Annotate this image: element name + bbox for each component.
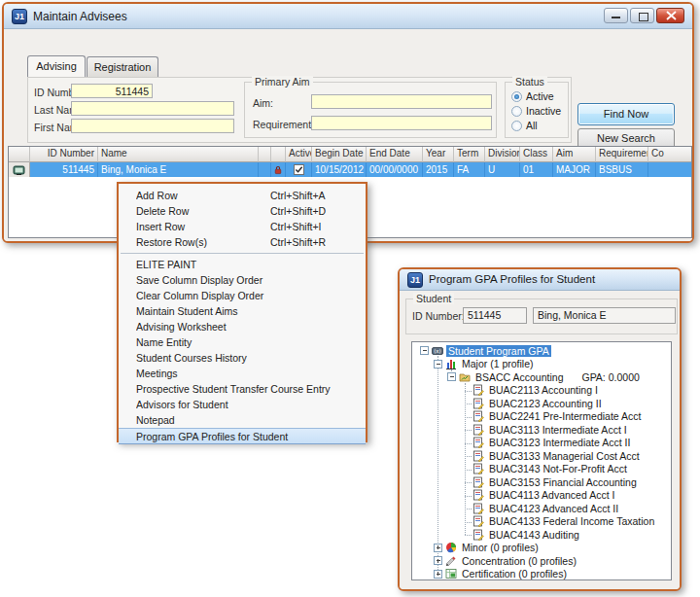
- tree-item-course[interactable]: BUAC4143 Auditing: [412, 528, 671, 542]
- find-now-button[interactable]: Find Now: [578, 103, 675, 125]
- menu-item-delete-row[interactable]: Delete Row Ctrl+Shift+D: [119, 203, 366, 219]
- folder-chart-icon: [459, 371, 471, 383]
- tree-item-course[interactable]: BUAC4113 Advanced Acct I: [412, 489, 671, 503]
- expand-icon[interactable]: [434, 570, 442, 579]
- course-note-icon: [472, 424, 484, 436]
- header-class[interactable]: Class: [520, 147, 553, 162]
- main-titlebar[interactable]: J1 Maintain Advisees: [4, 4, 692, 29]
- expand-icon[interactable]: [434, 556, 442, 565]
- status-option-active[interactable]: Active: [511, 90, 554, 102]
- menu-item-name-entity[interactable]: Name Entity: [119, 334, 366, 350]
- requirement-input[interactable]: [311, 116, 492, 130]
- menu-item-student-courses-history[interactable]: Student Courses History: [119, 350, 366, 366]
- header-active[interactable]: Active: [286, 147, 312, 162]
- menu-item-program-gpa-profiles-for-student[interactable]: Program GPA Profiles for Student: [119, 428, 366, 444]
- menu-separator: [121, 253, 364, 254]
- radio-active-label: Active: [526, 90, 554, 102]
- bar-chart-icon: [445, 358, 457, 369]
- last-name-input[interactable]: [71, 101, 234, 116]
- header-lock[interactable]: [271, 147, 286, 162]
- tree-item-bsacc-accounting[interactable]: BSACC Accounting GPA: 0.0000: [412, 370, 671, 384]
- aim-input[interactable]: [311, 94, 492, 109]
- gpa-titlebar[interactable]: J1 Program GPA Profiles for Student: [400, 269, 680, 291]
- tree-item-course[interactable]: BUAC3133 Managerial Cost Acct: [412, 449, 671, 463]
- header-end-date[interactable]: End Date: [367, 147, 423, 162]
- tree-item-certification[interactable]: Certification (0 profiles): [412, 568, 671, 581]
- tree-item-major[interactable]: Major (1 profile): [412, 358, 671, 371]
- menu-item-prospective-student-transfer-course-entry[interactable]: Prospective Student Transfer Course Entr…: [119, 381, 366, 397]
- header-co[interactable]: Co: [648, 147, 692, 162]
- tree-item-course[interactable]: BUAC4133 Federal Income Taxation: [412, 515, 671, 529]
- header-year[interactable]: Year: [423, 147, 454, 162]
- cell-lock: [271, 162, 286, 177]
- course-note-icon: [472, 410, 484, 422]
- expand-icon[interactable]: [434, 544, 442, 552]
- course-note-icon: [472, 384, 484, 396]
- header-name[interactable]: Name: [98, 147, 259, 162]
- cell-begin-date: 10/15/2012: [312, 162, 367, 177]
- header-aim[interactable]: Aim: [553, 147, 596, 162]
- menu-item-meetings[interactable]: Meetings: [119, 366, 366, 381]
- main-window-title: Maintain Advisees: [33, 10, 127, 23]
- minimize-button[interactable]: [604, 8, 628, 23]
- menu-item-save-column-display-order[interactable]: Save Column Display Order: [119, 272, 366, 288]
- shortcut: Ctrl+Shift+I: [270, 221, 352, 232]
- tree-item-course[interactable]: BUAC2123 Accounting II: [412, 397, 671, 410]
- header-term[interactable]: Term: [454, 147, 485, 162]
- menu-item-advising-worksheet[interactable]: Advising Worksheet: [119, 319, 366, 334]
- course-note-icon: [472, 476, 484, 488]
- tree-item-student-program-gpa[interactable]: (x) Student Program GPA: [412, 344, 671, 358]
- menu-item-advisors-for-student[interactable]: Advisors for Student: [119, 397, 366, 412]
- collapse-icon[interactable]: [447, 372, 456, 381]
- tree-item-course[interactable]: BUAC2241 Pre-Intermediate Acct: [412, 410, 671, 424]
- window-controls: [604, 8, 684, 23]
- status-option-inactive[interactable]: Inactive: [511, 105, 561, 117]
- menu-item-restore-rows[interactable]: Restore Row(s) Ctrl+Shift+R: [119, 234, 366, 250]
- header-flag[interactable]: [259, 147, 271, 162]
- status-option-all[interactable]: All: [511, 120, 538, 131]
- tree-item-course[interactable]: BUAC3113 Intermediate Acct I: [412, 423, 671, 437]
- svg-text:(x): (x): [434, 348, 441, 354]
- radio-all-icon[interactable]: [511, 121, 522, 131]
- active-checkbox[interactable]: [294, 164, 304, 175]
- header-id-number[interactable]: ID Number: [30, 147, 98, 162]
- menu-item-clear-column-display-order[interactable]: Clear Column Display Order: [119, 288, 366, 303]
- tree-item-course[interactable]: BUAC4123 Advanced Acct II: [412, 502, 671, 515]
- tab-registration[interactable]: Registration: [87, 56, 158, 77]
- maximize-button[interactable]: [630, 8, 654, 23]
- tree-item-minor[interactable]: Minor (0 profiles): [412, 542, 671, 555]
- tree-item-concentration[interactable]: Concentration (0 profiles): [412, 554, 671, 568]
- cell-requirement: BSBUS: [596, 162, 648, 177]
- row-selector-cell[interactable]: [9, 162, 30, 177]
- pencil-icon: [445, 555, 457, 567]
- gpa-id-number-value: 511445: [463, 307, 527, 324]
- primary-aim-group: Primary Aim Aim: Requirement:: [244, 82, 497, 138]
- menu-item-insert-row[interactable]: Insert Row Ctrl+Shift+I: [119, 219, 366, 234]
- tab-advising[interactable]: Advising: [27, 55, 86, 77]
- close-button[interactable]: [656, 8, 684, 23]
- menu-item-elite-paint[interactable]: ELITE PAINT: [119, 257, 366, 272]
- id-number-input[interactable]: [71, 84, 153, 98]
- menu-item-notepad[interactable]: Notepad: [119, 412, 366, 428]
- gpa-window-title: Program GPA Profiles for Student: [429, 273, 595, 285]
- collapse-icon[interactable]: [434, 360, 442, 369]
- shortcut: Ctrl+Shift+A: [270, 190, 352, 201]
- header-begin-date[interactable]: Begin Date: [312, 147, 367, 162]
- row-selector-icon: [13, 164, 25, 176]
- tree-item-course[interactable]: BUAC2113 Accounting I: [412, 384, 671, 398]
- header-selector[interactable]: [9, 147, 30, 162]
- table-row[interactable]: 511445 Bing, Monica E 10/15/2012 00/00/0…: [9, 162, 691, 177]
- radio-active-icon[interactable]: [511, 91, 522, 102]
- lock-icon: [274, 164, 282, 176]
- menu-item-add-row[interactable]: Add Row Ctrl+Shift+A: [119, 188, 366, 203]
- header-division[interactable]: Division: [485, 147, 520, 162]
- collapse-icon[interactable]: [420, 346, 429, 355]
- tree-item-course[interactable]: BUAC3123 Intermediate Acct II: [412, 437, 671, 450]
- header-requirement[interactable]: Requirement: [596, 147, 648, 162]
- tree-item-course[interactable]: BUAC3153 Financial Accounting: [412, 475, 671, 489]
- first-name-input[interactable]: [71, 119, 234, 133]
- tree-item-course[interactable]: BUAC3143 Not-For-Profit Acct: [412, 463, 671, 476]
- radio-inactive-icon[interactable]: [511, 106, 522, 117]
- cell-active[interactable]: [286, 162, 312, 177]
- menu-item-maintain-student-aims[interactable]: Maintain Student Aims: [119, 303, 366, 319]
